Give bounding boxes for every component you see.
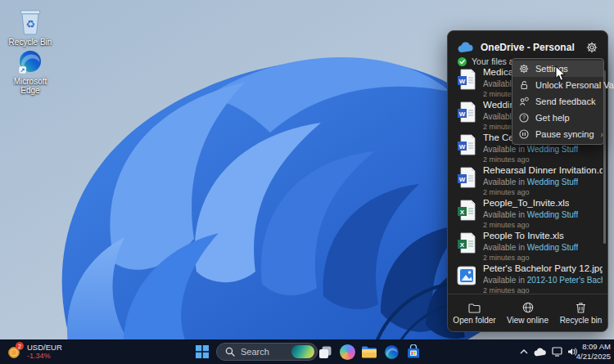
desktop-icon-label: Microsoft Edge — [7, 77, 54, 95]
menu-item-label: Pause syncing — [535, 129, 594, 139]
desktop-icon-microsoft-edge[interactable]: ↗ Microsoft Edge — [7, 49, 54, 95]
tray-onedrive-cloud-icon[interactable] — [534, 345, 547, 358]
file-row[interactable]: W Rehearsal Dinner Invitation.doc Availa… — [453, 164, 603, 197]
copilot-icon — [340, 344, 355, 360]
file-row[interactable]: Peter's Bachelor Party 12.jpg Available … — [453, 263, 603, 295]
pause-icon — [519, 129, 529, 139]
currency-pair: USD/EUR — [27, 343, 62, 352]
svg-text:W: W — [459, 110, 466, 118]
file-time: 2 minutes ago — [483, 254, 530, 262]
file-time: 2 minutes ago — [483, 188, 530, 196]
settings-gear-button[interactable] — [584, 39, 600, 56]
file-name: People_To_Invite.xls — [483, 198, 569, 208]
file-name: Rehearsal Dinner Invitation.doc — [483, 165, 603, 175]
recycle-bin-icon: ♻ — [16, 5, 44, 36]
svg-text:?: ? — [522, 115, 526, 120]
edge-icon: ↗ — [17, 49, 43, 75]
menu-item-label: Get help — [535, 113, 570, 123]
widgets-texts: USD/EUR -1.34% — [27, 343, 62, 361]
menu-item-pause-syncing[interactable]: Pause syncing › — [512, 126, 603, 142]
word-file-icon: W — [456, 101, 476, 124]
menu-item-get-help[interactable]: ? Get help — [512, 110, 603, 126]
availability-text: Available in — [483, 243, 527, 252]
taskbar-clock[interactable]: 8:09 AM 4/21/2025 — [560, 342, 611, 362]
excel-file-icon: X — [456, 199, 476, 222]
file-row[interactable]: X People_To_Invite.xls Available in Wedd… — [453, 197, 603, 230]
edge-button[interactable] — [380, 340, 403, 363]
menu-item-send-feedback[interactable]: Send feedback — [512, 93, 603, 110]
edge-icon — [384, 344, 400, 360]
svg-text:X: X — [460, 241, 465, 249]
task-view-button[interactable] — [314, 340, 336, 363]
location-link[interactable]: Wedding Stuff — [527, 178, 578, 186]
widgets-button[interactable]: 2 USD/EUR -1.34% — [3, 341, 79, 362]
globe-icon — [522, 302, 534, 313]
file-time: 2 minutes ago — [483, 155, 530, 164]
svg-text:W: W — [459, 176, 466, 183]
location-link[interactable]: Wedding Stuff — [527, 210, 578, 219]
svg-text:X: X — [460, 209, 465, 216]
view-online-button[interactable]: View online — [501, 294, 554, 332]
trash-icon — [576, 302, 586, 313]
recycle-bin-button[interactable]: Recycle bin — [554, 294, 607, 332]
file-location: Available in Wedding Stuff — [483, 243, 578, 252]
submenu-chevron-icon: › — [601, 130, 603, 139]
word-file-icon: W — [456, 133, 476, 156]
desktop: ♻ Recycle Bin ↗ Microsoft Edge OneDrive … — [0, 0, 614, 364]
location-link[interactable]: Wedding Stuff — [527, 243, 578, 252]
help-icon: ? — [519, 113, 529, 123]
start-button[interactable] — [191, 340, 214, 363]
widgets-badge: 2 — [16, 342, 24, 350]
copilot-button[interactable] — [336, 340, 359, 363]
file-explorer-icon — [361, 345, 377, 359]
search-box[interactable]: Search — [216, 343, 318, 361]
desktop-icon-label: Recycle Bin — [9, 38, 52, 47]
folder-icon — [468, 303, 481, 313]
svg-text:♻: ♻ — [25, 18, 35, 30]
file-name: People To Invite.xls — [483, 231, 564, 240]
word-file-icon: W — [456, 166, 476, 189]
currency-change: -1.34% — [27, 352, 62, 361]
desktop-icon-recycle-bin[interactable]: ♻ Recycle Bin — [7, 5, 54, 47]
availability-text: Available in — [483, 178, 527, 186]
file-time: 2 minutes ago — [483, 221, 530, 229]
mouse-cursor — [555, 65, 567, 82]
svg-text:W: W — [459, 143, 466, 151]
feedback-icon — [519, 97, 529, 106]
file-explorer-button[interactable] — [358, 340, 381, 363]
task-view-icon — [318, 345, 332, 359]
search-placeholder: Search — [241, 347, 286, 357]
open-folder-button[interactable]: Open folder — [448, 294, 501, 332]
svg-text:↗: ↗ — [20, 67, 25, 73]
excel-file-icon: X — [456, 231, 476, 254]
availability-text: Available in — [483, 145, 527, 154]
location-link[interactable]: 2012-10 Peter's Bachelor P... — [527, 276, 603, 285]
footer-button-label: View online — [507, 316, 549, 325]
onedrive-cloud-icon — [458, 42, 474, 53]
synced-check-icon — [458, 57, 467, 66]
search-icon — [225, 347, 235, 357]
tray-chevron-up-icon[interactable] — [517, 345, 530, 358]
location-link[interactable]: Wedding Stuff — [527, 145, 578, 154]
microsoft-store-button[interactable] — [402, 340, 425, 363]
file-location: Available in Wedding Stuff — [483, 210, 578, 219]
panel-title: OneDrive - Personal — [481, 42, 575, 53]
gear-icon — [519, 64, 529, 74]
availability-text: Available in — [483, 276, 527, 285]
file-location: Available in Wedding Stuff — [483, 145, 578, 154]
microsoft-store-icon — [406, 344, 421, 359]
footer-button-label: Open folder — [453, 316, 495, 325]
onedrive-header: OneDrive - Personal — [458, 38, 600, 56]
menu-item-label: Unlock Personal Vault — [535, 80, 614, 90]
search-highlight-image[interactable] — [291, 345, 314, 358]
menu-item-label: Send feedback — [535, 97, 595, 106]
clock-date: 4/21/2025 — [560, 352, 611, 362]
lock-open-icon — [519, 80, 529, 90]
file-location: Available in 2012-10 Peter's Bachelor P.… — [483, 276, 603, 285]
gear-icon — [586, 42, 598, 53]
file-row[interactable]: X People To Invite.xls Available in Wedd… — [453, 230, 603, 263]
taskbar: 2 USD/EUR -1.34% Search — [0, 339, 614, 364]
availability-text: Available in — [483, 210, 527, 219]
svg-text:W: W — [459, 78, 466, 85]
footer-button-label: Recycle bin — [560, 316, 603, 325]
